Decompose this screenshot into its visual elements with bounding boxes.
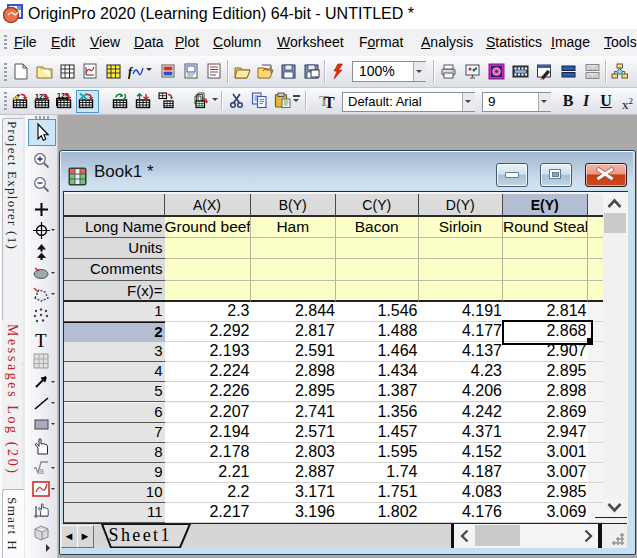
svg-text:123: 123 [35, 93, 47, 100]
svg-text:T: T [35, 330, 47, 351]
svg-text:a: a [39, 466, 44, 476]
svg-text:f: f [128, 65, 133, 79]
svg-text:123: 123 [57, 92, 69, 99]
